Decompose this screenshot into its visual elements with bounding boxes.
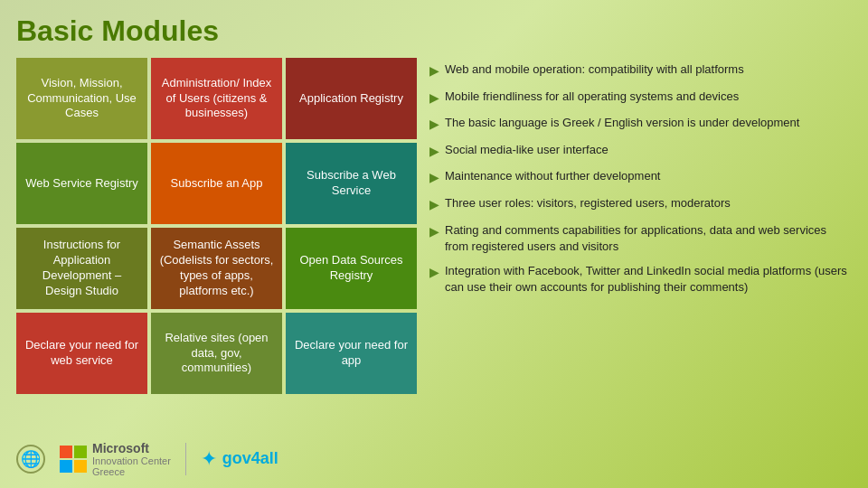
grid-cell-semantic: Semantic Assets (Codelists for sectors, …	[151, 228, 282, 309]
logo-divider	[185, 443, 186, 475]
page-title: Basic Modules	[16, 16, 852, 45]
grid-cell-open-data: Open Data Sources Registry	[286, 228, 417, 309]
bullet-arrow-icon: ▶	[429, 223, 439, 241]
bullet-arrow-icon: ▶	[429, 62, 439, 80]
bullet-text: Web and mobile operation: compatibility …	[445, 61, 744, 78]
microsoft-logo: Microsoft Innovation Center Greece	[60, 441, 171, 477]
bullet-text: Maintenance without further development	[445, 168, 660, 184]
bullet-item-3: ▶Social media-like user interface	[429, 142, 852, 161]
footer: 🌐 Microsoft Innovation Center Greece ✦ g…	[16, 436, 852, 477]
gov4all-logo: ✦ gov4all	[201, 447, 278, 471]
content-area: Vision, Mission, Communication, Use Case…	[16, 58, 852, 427]
ms-text-block: Microsoft Innovation Center Greece	[92, 441, 171, 477]
bullet-item-5: ▶Three user roles: visitors, registered …	[429, 195, 852, 214]
bullet-arrow-icon: ▶	[429, 116, 439, 134]
main-container: Basic Modules Vision, Mission, Communica…	[0, 0, 868, 488]
bullet-text: Rating and comments capabilities for app…	[445, 222, 852, 255]
bullet-item-0: ▶Web and mobile operation: compatibility…	[429, 61, 852, 80]
ms-sq2	[74, 446, 87, 458]
bullet-arrow-icon: ▶	[429, 143, 439, 161]
grid-cell-subscribe-web: Subscribe a Web Service	[286, 143, 417, 224]
modules-grid: Vision, Mission, Communication, Use Case…	[16, 58, 417, 427]
gov4all-label: gov4all	[222, 449, 278, 468]
bullet-text: Mobile friendliness for all operating sy…	[445, 89, 739, 105]
bullet-item-7: ▶Integration with Facebook, Twitter and …	[429, 263, 852, 296]
bullet-arrow-icon: ▶	[429, 169, 439, 187]
microsoft-label: Microsoft	[92, 441, 171, 455]
bullet-arrow-icon: ▶	[429, 264, 439, 282]
bullet-item-4: ▶Maintenance without further development	[429, 168, 852, 187]
bullet-item-2: ▶The basic language is Greek / English v…	[429, 115, 852, 134]
bullet-arrow-icon: ▶	[429, 196, 439, 214]
bullet-item-1: ▶Mobile friendliness for all operating s…	[429, 89, 852, 108]
grid-cell-declare-web: Declare your need for web service	[16, 313, 147, 394]
globe-icon: 🌐	[16, 445, 45, 474]
gov4all-star-icon: ✦	[201, 447, 217, 471]
grid-cell-app-registry: Application Registry	[286, 58, 417, 139]
ms-sq1	[60, 446, 72, 458]
grid-cell-relative-sites: Relative sites (open data, gov, communit…	[151, 313, 282, 394]
grid-cell-declare-app: Declare your need for app	[286, 313, 417, 394]
grid-cell-instructions: Instructions for Application Development…	[16, 228, 147, 309]
bullet-text: Integration with Facebook, Twitter and L…	[445, 263, 852, 296]
ms-sq3	[60, 460, 72, 473]
grid-cell-vision: Vision, Mission, Communication, Use Case…	[16, 58, 147, 139]
ms-sq4	[74, 460, 87, 473]
bullet-item-6: ▶Rating and comments capabilities for ap…	[429, 222, 852, 255]
ms-squares	[60, 446, 87, 473]
bullet-arrow-icon: ▶	[429, 89, 439, 108]
grid-cell-subscribe-app: Subscribe an App	[151, 143, 282, 224]
bullets-section: ▶Web and mobile operation: compatibility…	[429, 58, 852, 427]
bullet-text: The basic language is Greek / English ve…	[445, 115, 799, 131]
grid-cell-web-service-registry: Web Service Registry	[16, 143, 147, 224]
grid-cell-admin: Administration/ Index of Users (citizens…	[151, 58, 282, 139]
innovation-label: Innovation Center Greece	[92, 455, 171, 477]
bullet-text: Three user roles: visitors, registered u…	[445, 195, 731, 211]
bullet-text: Social media-like user interface	[445, 142, 609, 158]
